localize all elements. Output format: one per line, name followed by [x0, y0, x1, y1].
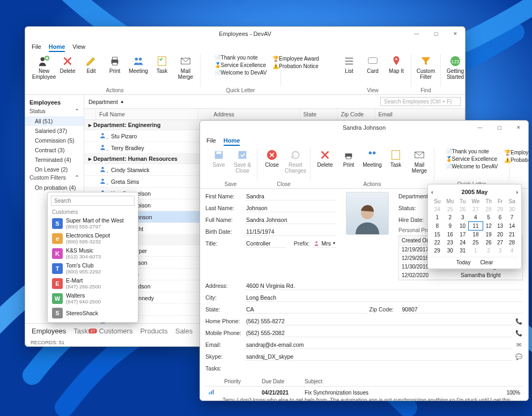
customer-item[interactable]: EE-Mart(847) 286-2500 — [48, 276, 138, 291]
calendar-day[interactable]: 9 — [444, 222, 457, 231]
nav-employees[interactable]: Employees — [32, 327, 66, 335]
minimize-button[interactable]: — — [470, 121, 490, 135]
group-by-chip[interactable]: Department▲ — [88, 99, 124, 105]
ql-thankyou[interactable]: 📄Thank you note — [212, 54, 269, 61]
task-button[interactable]: Task — [385, 148, 407, 169]
calendar-day[interactable]: 1 — [431, 213, 444, 222]
calendar-day[interactable]: 24 — [431, 205, 444, 213]
custom-filter[interactable]: Custom Filter — [415, 54, 437, 81]
calendar-day[interactable]: 27 — [494, 239, 506, 247]
calendar-day[interactable]: 29 — [494, 205, 506, 213]
prefix-field[interactable]: Mrs▾ — [312, 240, 337, 248]
task-button[interactable]: Task — [151, 54, 173, 75]
calendar-day[interactable]: 7 — [506, 213, 518, 222]
sidebar-item[interactable]: Terminated (4) — [25, 155, 84, 165]
save-close-button[interactable]: Save & Close — [231, 148, 254, 175]
mailmerge-button[interactable]: Mail Merge — [408, 148, 431, 175]
calendar-day[interactable]: 2 — [483, 247, 494, 255]
calendar-day[interactable]: 3 — [457, 213, 469, 222]
search-input[interactable]: Search Employees (Ctrl + F) — [380, 97, 461, 106]
sidebar-item[interactable]: All (51) — [25, 116, 84, 126]
new-employee-button[interactable]: New Employee — [33, 54, 55, 81]
customer-item[interactable]: KK&S Music(612) 304-6073 — [48, 246, 138, 261]
sidebar-item[interactable]: Commission (5) — [25, 136, 84, 145]
calendar-day[interactable]: 15 — [431, 231, 444, 239]
calendar-day[interactable]: 4 — [469, 213, 483, 222]
full-name-field[interactable]: Sandra Johnson — [245, 216, 336, 224]
status-section[interactable]: Status⌃ — [29, 108, 79, 114]
customer-item[interactable]: SSuper Mart of the West(800) 555-2797 — [48, 216, 138, 231]
edit-button[interactable]: Edit — [80, 54, 102, 75]
menu-file[interactable]: File — [32, 42, 41, 52]
customers-search[interactable] — [51, 196, 135, 206]
sidebar-item[interactable]: On probation (4) — [25, 183, 84, 192]
ql-service[interactable]: 🏅Service Excellence — [212, 62, 269, 69]
state-field[interactable]: CA — [245, 306, 367, 314]
maximize-button[interactable]: ▢ — [490, 121, 509, 135]
mail-merge-button[interactable]: Mail Merge — [174, 54, 197, 81]
menu-file[interactable]: File — [206, 136, 216, 146]
nav-products[interactable]: Products — [140, 327, 167, 335]
calendar-day[interactable]: 29 — [431, 247, 444, 255]
sidebar-item[interactable]: On Leave (2) — [25, 165, 84, 174]
ql-welcome[interactable]: 📄Welcome to DevAV — [212, 69, 269, 76]
calendar-day[interactable]: 28 — [506, 239, 518, 247]
birth-field[interactable]: 11/15/1974 — [245, 228, 336, 236]
ql-award[interactable]: 🏆Employee Award — [502, 149, 529, 156]
calendar-day[interactable]: 16 — [444, 231, 457, 239]
customer-item[interactable]: eElectronics Depot(800) 595-3232 — [48, 231, 138, 246]
calendar-day[interactable]: 3 — [494, 247, 506, 255]
customer-item[interactable]: WWalters(847) 940-2500 — [48, 291, 138, 306]
cal-next[interactable]: › — [516, 189, 518, 195]
last-name-field[interactable]: Johnson — [245, 204, 336, 212]
zip-field[interactable]: 90807 — [401, 306, 523, 314]
minimize-button[interactable]: — — [407, 27, 426, 41]
meeting-button[interactable]: Meeting — [361, 148, 383, 169]
dx-start[interactable]: 123Getting Started — [444, 54, 466, 81]
ql-award[interactable]: 🏆Employee Award — [270, 55, 321, 62]
close-button[interactable]: ✕ — [446, 27, 465, 41]
calendar-day[interactable]: 31 — [457, 247, 469, 255]
maximize-button[interactable]: ▢ — [426, 27, 446, 41]
address-field[interactable]: 4600 N Virginia Rd. — [245, 282, 523, 290]
mobile-phone-field[interactable]: (562) 555-2082 — [245, 329, 512, 337]
calendar-day[interactable]: 26 — [483, 239, 494, 247]
calendar-day[interactable]: 13 — [494, 222, 506, 231]
delete-button[interactable]: Delete — [56, 54, 79, 75]
cal-today[interactable]: Today — [456, 259, 471, 265]
ql-probation[interactable]: ⚠️Probation Notice — [502, 157, 529, 164]
sidebar-item[interactable]: Salaried (37) — [25, 126, 84, 136]
skype-field[interactable]: sandraj_DX_skype — [245, 353, 512, 361]
title-field[interactable]: Controller — [245, 240, 286, 248]
calendar-day[interactable]: 27 — [469, 205, 483, 213]
calendar-day[interactable]: 28 — [483, 205, 494, 213]
calendar-day[interactable]: 30 — [506, 205, 518, 213]
customer-item[interactable]: TTom's Club(800) 955-2292 — [48, 261, 138, 276]
nav-sales[interactable]: Sales — [175, 327, 193, 335]
custom-section[interactable]: Custom Filters⌃ — [29, 174, 79, 181]
calendar-day[interactable]: 24 — [457, 239, 469, 247]
reset-button[interactable]: Reset Changes — [284, 148, 307, 175]
print-button[interactable]: Print — [337, 148, 360, 169]
calendar-day[interactable]: 19 — [483, 231, 494, 239]
note-row[interactable]: 12/02/2020Samantha Bright — [399, 271, 522, 280]
ql-probation[interactable]: ⚠️Probation Notice — [270, 63, 321, 70]
print-button[interactable]: Print — [104, 54, 126, 75]
first-name-field[interactable]: Sandra — [245, 192, 336, 200]
calendar-day[interactable]: 17 — [457, 231, 469, 239]
ql-service[interactable]: 🏅Service Excellence — [444, 155, 500, 162]
ql-welcome[interactable]: 📄Welcome to DevAV — [444, 163, 500, 170]
calendar-day[interactable]: 10 — [457, 222, 469, 231]
calendar-day[interactable]: 11 — [469, 222, 483, 231]
calendar-day[interactable]: 14 — [506, 222, 518, 231]
calendar-day[interactable]: 12 — [483, 222, 494, 231]
calendar-day[interactable]: 21 — [506, 231, 518, 239]
nav-tasks[interactable]: Tasks27 — [73, 327, 91, 335]
cal-title[interactable]: 2005 May — [462, 189, 488, 195]
cal-clear[interactable]: Clear — [480, 259, 493, 265]
customer-item[interactable]: SStereoShack — [48, 306, 138, 320]
close-button[interactable]: ✕ — [509, 121, 528, 135]
calendar-day[interactable]: 8 — [431, 222, 444, 231]
delete-button[interactable]: Delete — [314, 148, 336, 169]
calendar-day[interactable]: 5 — [483, 213, 494, 222]
